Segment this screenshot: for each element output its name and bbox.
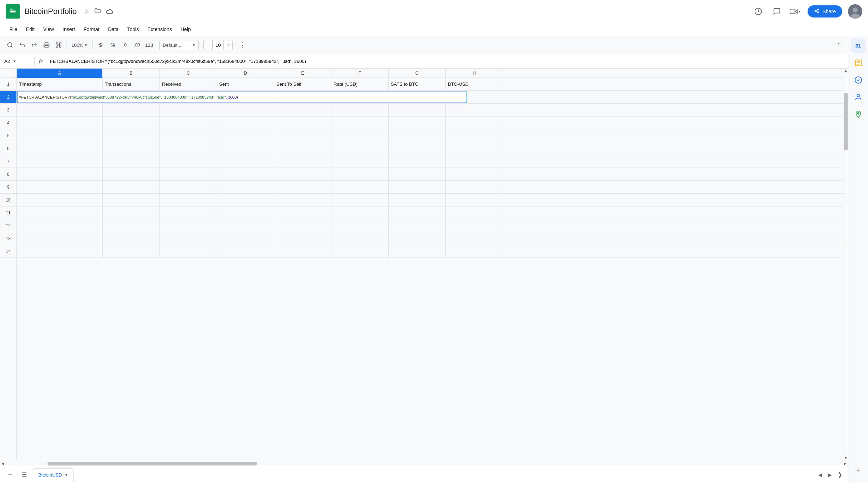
row-header-9[interactable]: 9: [0, 181, 16, 194]
cell-b11[interactable]: [103, 206, 160, 219]
cell-h10[interactable]: [446, 194, 503, 206]
cell-a10[interactable]: [17, 194, 103, 206]
currency-button[interactable]: $: [95, 39, 106, 51]
cell-b10[interactable]: [103, 194, 160, 206]
cell-c9[interactable]: [160, 181, 217, 193]
cell-g5[interactable]: [389, 129, 446, 142]
cell-h14[interactable]: [446, 245, 503, 258]
cell-e13[interactable]: [274, 232, 331, 245]
collapse-toolbar-button[interactable]: ⌃: [833, 40, 844, 50]
row-header-1[interactable]: 1: [0, 78, 16, 91]
cell-e12[interactable]: [274, 219, 331, 232]
cell-e14[interactable]: [274, 245, 331, 258]
cell-f1[interactable]: Rate (USD): [331, 78, 389, 90]
cell-g1[interactable]: SATS to BTC: [389, 78, 446, 90]
cell-f14[interactable]: [331, 245, 389, 258]
row-header-11[interactable]: 11: [0, 206, 16, 219]
cell-c5[interactable]: [160, 129, 217, 142]
cell-f10[interactable]: [331, 194, 389, 206]
cell-d12[interactable]: [217, 219, 274, 232]
row-header-12[interactable]: 12: [0, 219, 16, 232]
cell-a4[interactable]: [17, 116, 103, 129]
cell-d10[interactable]: [217, 194, 274, 206]
cell-h12[interactable]: [446, 219, 503, 232]
notes-panel-button[interactable]: [851, 56, 865, 70]
col-header-f[interactable]: F: [331, 69, 389, 78]
cell-c8[interactable]: [160, 168, 217, 180]
row-header-2[interactable]: 2: [0, 91, 16, 104]
contacts-panel-button[interactable]: [851, 90, 865, 104]
menu-extensions[interactable]: Extensions: [144, 25, 175, 34]
menu-help[interactable]: Help: [177, 25, 194, 34]
cell-e4[interactable]: [274, 116, 331, 129]
cell-e5[interactable]: [274, 129, 331, 142]
zoom-select[interactable]: 100% ▼: [69, 41, 90, 49]
comments-icon[interactable]: [770, 5, 783, 18]
sheet-tab-bitcoinusd[interactable]: BitcoinUSD ▼: [33, 468, 74, 481]
cell-c1[interactable]: Received: [160, 78, 217, 90]
cell-e3[interactable]: [274, 104, 331, 116]
cell-c10[interactable]: [160, 194, 217, 206]
cell-h13[interactable]: [446, 232, 503, 245]
video-icon[interactable]: ▼: [789, 5, 802, 18]
hscroll-thumb[interactable]: [48, 462, 257, 465]
cell-b1[interactable]: Transactions: [103, 78, 160, 90]
redo-button[interactable]: [29, 39, 40, 51]
cell-c14[interactable]: [160, 245, 217, 258]
col-header-b[interactable]: B: [103, 69, 160, 78]
maps-panel-button[interactable]: [851, 107, 865, 121]
cell-e1[interactable]: Sent To Self: [274, 78, 331, 90]
row-header-7[interactable]: 7: [0, 155, 16, 168]
calendar-panel-button[interactable]: 31: [851, 39, 865, 53]
cell-d6[interactable]: [217, 142, 274, 155]
cell-g4[interactable]: [389, 116, 446, 129]
cell-c13[interactable]: [160, 232, 217, 245]
cell-e8[interactable]: [274, 168, 331, 180]
col-header-c[interactable]: C: [160, 69, 217, 78]
cell-e7[interactable]: [274, 155, 331, 168]
tasks-panel-button[interactable]: [851, 73, 865, 87]
cell-b9[interactable]: [103, 181, 160, 193]
cell-h5[interactable]: [446, 129, 503, 142]
row-header-4[interactable]: 4: [0, 116, 16, 129]
cell-g9[interactable]: [389, 181, 446, 193]
hscroll-track[interactable]: [6, 461, 842, 466]
cloud-save-icon[interactable]: [105, 8, 113, 16]
font-size-input[interactable]: [212, 40, 224, 50]
row-header-3[interactable]: 3: [0, 104, 16, 116]
cell-d3[interactable]: [217, 104, 274, 116]
format-123-button[interactable]: 123: [143, 39, 155, 51]
menu-insert[interactable]: Insert: [59, 25, 79, 34]
menu-edit[interactable]: Edit: [23, 25, 38, 34]
cell-c3[interactable]: [160, 104, 217, 116]
hscroll-left[interactable]: ◀: [0, 462, 6, 465]
cell-h6[interactable]: [446, 142, 503, 155]
cell-e11[interactable]: [274, 206, 331, 219]
cell-f7[interactable]: [331, 155, 389, 168]
cell-h4[interactable]: [446, 116, 503, 129]
cell-c7[interactable]: [160, 155, 217, 168]
cell-f11[interactable]: [331, 206, 389, 219]
col-header-h[interactable]: H: [446, 69, 503, 78]
sheets-menu-button[interactable]: ☰: [19, 469, 30, 480]
cell-d13[interactable]: [217, 232, 274, 245]
cell-b12[interactable]: [103, 219, 160, 232]
cell-h7[interactable]: [446, 155, 503, 168]
cell-g10[interactable]: [389, 194, 446, 206]
cell-g7[interactable]: [389, 155, 446, 168]
row-header-14[interactable]: 14: [0, 245, 16, 258]
cell-g13[interactable]: [389, 232, 446, 245]
cell-b5[interactable]: [103, 129, 160, 142]
cell-b3[interactable]: [103, 104, 160, 116]
increase-decimal-button[interactable]: .00: [131, 39, 143, 51]
font-size-decrease[interactable]: −: [204, 40, 212, 50]
menu-view[interactable]: View: [40, 25, 58, 34]
cell-b13[interactable]: [103, 232, 160, 245]
row-header-10[interactable]: 10: [0, 194, 16, 206]
cell-e6[interactable]: [274, 142, 331, 155]
cell-b7[interactable]: [103, 155, 160, 168]
cell-f13[interactable]: [331, 232, 389, 245]
cell-h1[interactable]: BTC-USD: [446, 78, 503, 90]
cell-g14[interactable]: [389, 245, 446, 258]
vscroll-track[interactable]: [843, 74, 848, 456]
